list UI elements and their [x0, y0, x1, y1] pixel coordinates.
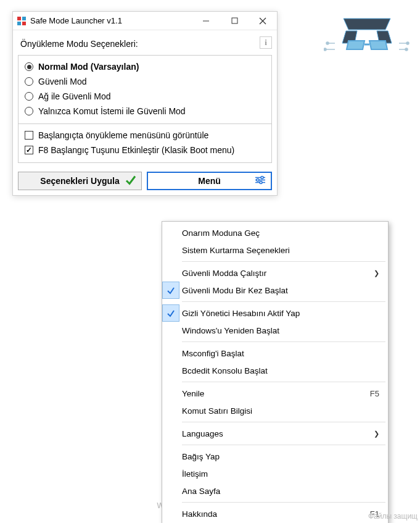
menu-separator: [182, 382, 385, 382]
button-label: Menü: [198, 176, 221, 186]
menu-button[interactable]: Menü: [147, 172, 272, 190]
menu-separator: [182, 422, 385, 422]
check-icon: [162, 282, 179, 299]
menu-item-label: Yenile: [179, 389, 370, 398]
menu-item[interactable]: Güvenli Modu Bir Kez Başlat: [162, 282, 388, 299]
section-heading: Önyükleme Modu Seçenekleri:: [20, 39, 270, 49]
menu-item[interactable]: Sistem Kurtarma Seçenekleri: [162, 241, 388, 259]
site-logo: [324, 12, 410, 74]
menu-item-label: Bcdedit Konsolu Başlat: [179, 366, 379, 375]
chevron-right-icon: ❯: [374, 430, 379, 438]
menu-item[interactable]: Onarım Moduna Geç: [162, 224, 388, 241]
menu-item-label: Hakkında: [179, 509, 370, 519]
menu-item-label: Msconfig'i Başlat: [179, 349, 379, 358]
menu-item-label: Bağış Yap: [179, 452, 379, 461]
check-icon: [162, 304, 179, 322]
svg-marker-3: [347, 41, 364, 49]
boot-options-group: Normal Mod (Varsayılan) Güvenli Mod Ağ i…: [18, 55, 272, 124]
svg-marker-2: [377, 31, 392, 43]
menu-item-label: Sistem Kurtarma Seçenekleri: [179, 246, 379, 255]
checkbox-label: Başlangıçta önyükleme menüsünü görüntüle: [38, 130, 208, 140]
sliders-icon: [255, 176, 266, 186]
app-window: Safe Mode Launcher v1.1 i Önyükleme Modu…: [12, 11, 278, 196]
menu-item[interactable]: Windows'u Yeniden Başlat: [162, 322, 388, 339]
radio-safe-mode-network[interactable]: Ağ ile Güvenli Mod: [25, 89, 265, 104]
window-title: Safe Mode Launcher v1.1: [30, 16, 192, 25]
radio-label: Güvenli Mod: [38, 77, 87, 86]
checkbox-show-boot-menu[interactable]: ✓ Başlangıçta önyükleme menüsünü görüntü…: [25, 128, 265, 143]
menu-item[interactable]: HakkındaF1: [162, 505, 388, 522]
context-menu: Onarım Moduna GeçSistem Kurtarma Seçenek…: [162, 221, 389, 523]
check-icon: [125, 175, 136, 188]
svg-point-21: [257, 179, 259, 182]
menu-separator: [182, 261, 385, 262]
svg-point-6: [326, 42, 329, 44]
svg-point-8: [406, 42, 409, 44]
maximize-button[interactable]: [220, 12, 249, 30]
menu-separator: [182, 341, 385, 342]
checkbox-icon: ✓: [25, 146, 33, 154]
minimize-button[interactable]: [192, 12, 220, 30]
menu-item[interactable]: Bağış Yap: [162, 448, 388, 465]
checkbox-group: ✓ Başlangıçta önyükleme menüsünü görüntü…: [18, 124, 272, 163]
radio-label: Yalnızca Komut İstemi ile Güvenli Mod: [38, 106, 186, 116]
svg-marker-0: [344, 19, 390, 30]
svg-point-23: [260, 182, 262, 184]
radio-safe-mode[interactable]: Güvenli Mod: [25, 74, 265, 89]
checkbox-icon: ✓: [25, 131, 33, 140]
titlebar: Safe Mode Launcher v1.1: [13, 12, 277, 30]
menu-item[interactable]: Msconfig'i Başlat: [162, 345, 388, 362]
radio-icon: [25, 77, 33, 86]
menu-item-label: İletişim: [179, 469, 379, 479]
menu-item-label: Windows'u Yeniden Başlat: [179, 326, 379, 335]
corner-text: Файлы защищ: [368, 512, 418, 521]
checkbox-enable-f8[interactable]: ✓ F8 Başlangıç Tuşunu Etkinleştir (Klasi…: [25, 143, 265, 157]
close-button[interactable]: [249, 12, 277, 30]
svg-rect-10: [17, 17, 21, 20]
svg-rect-13: [22, 22, 26, 25]
menu-item[interactable]: Ana Sayfa: [162, 482, 388, 500]
svg-marker-1: [342, 31, 357, 43]
menu-item-label: Güvenli Modu Bir Kez Başlat: [179, 286, 379, 295]
svg-rect-15: [232, 18, 237, 23]
chevron-right-icon: ❯: [374, 269, 379, 277]
apply-button[interactable]: Seçenekleri Uygula: [18, 172, 142, 190]
menu-item-label: Güvenli Modda Çalıştır: [179, 269, 368, 278]
menu-item-label: Ana Sayfa: [179, 487, 379, 496]
svg-point-19: [261, 177, 263, 179]
menu-separator: [182, 502, 385, 503]
menu-item[interactable]: Gizli Yönetici Hesabını Aktif Yap: [162, 304, 388, 322]
menu-item-shortcut: F5: [370, 389, 379, 398]
menu-item[interactable]: Languages❯: [162, 425, 388, 442]
checkbox-label: F8 Başlangıç Tuşunu Etkinleştir (Klasik …: [38, 145, 234, 155]
radio-label: Ağ ile Güvenli Mod: [38, 91, 111, 101]
radio-icon: [25, 107, 33, 115]
svg-point-9: [405, 48, 408, 51]
menu-item-label: Gizli Yönetici Hesabını Aktif Yap: [179, 309, 379, 318]
button-label: Seçenekleri Uygula: [40, 176, 119, 186]
menu-item[interactable]: YenileF5: [162, 385, 388, 402]
menu-separator: [182, 301, 385, 302]
menu-item[interactable]: Komut Satırı Bilgisi: [162, 402, 388, 419]
menu-item-label: Onarım Moduna Geç: [179, 228, 379, 238]
radio-safe-mode-cmd[interactable]: Yalnızca Komut İstemi ile Güvenli Mod: [25, 104, 265, 119]
app-icon: [17, 16, 27, 26]
menu-separator: [182, 445, 385, 445]
menu-item-label: Komut Satırı Bilgisi: [179, 406, 379, 416]
menu-item-label: Languages: [179, 429, 368, 438]
svg-rect-11: [22, 17, 26, 20]
svg-rect-12: [17, 22, 21, 25]
svg-point-7: [324, 48, 326, 51]
radio-icon: [25, 92, 33, 101]
radio-normal-mode[interactable]: Normal Mod (Varsayılan): [25, 59, 265, 74]
menu-item[interactable]: İletişim: [162, 465, 388, 482]
radio-label: Normal Mod (Varsayılan): [38, 62, 139, 72]
svg-marker-4: [369, 41, 387, 49]
info-button[interactable]: i: [260, 36, 272, 49]
menu-item[interactable]: Bcdedit Konsolu Başlat: [162, 362, 388, 379]
radio-icon: [25, 62, 33, 71]
menu-item[interactable]: Güvenli Modda Çalıştır❯: [162, 264, 388, 282]
